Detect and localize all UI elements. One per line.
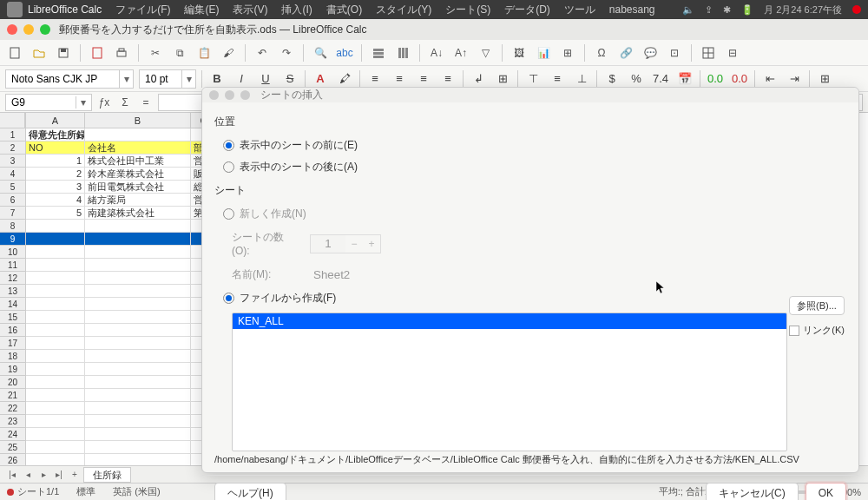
cell[interactable] (85, 246, 191, 259)
bold-button[interactable]: B (207, 69, 227, 89)
font-name-input[interactable] (6, 70, 119, 88)
hyperlink-icon[interactable]: 🔗 (616, 43, 635, 62)
cell[interactable] (26, 311, 85, 324)
copy-icon[interactable]: ⧉ (170, 43, 189, 62)
row-header[interactable]: 11 (0, 259, 25, 272)
last-sheet-button[interactable]: ▸| (52, 468, 66, 482)
number-button[interactable]: 7.4 (651, 69, 670, 89)
cell[interactable] (26, 259, 85, 272)
cell[interactable]: 4 (26, 194, 85, 207)
row-header[interactable]: 20 (0, 376, 25, 389)
row-header[interactable]: 4 (0, 168, 25, 181)
cell[interactable] (26, 298, 85, 311)
row-header[interactable]: 12 (0, 272, 25, 285)
menu-data[interactable]: データ(D) (504, 3, 550, 17)
clock[interactable]: 月 2月24 6:27午後 (764, 3, 842, 16)
corner-cell[interactable] (0, 113, 25, 128)
comment-icon[interactable]: 💬 (641, 43, 660, 62)
underline-button[interactable]: U (256, 69, 275, 89)
font-color-button[interactable]: A (311, 69, 330, 89)
spellcheck-icon[interactable]: abc (335, 43, 354, 62)
cancel-button[interactable]: キャンセル(C) (706, 483, 799, 500)
sort-desc-icon[interactable]: A↑ (451, 43, 470, 62)
cell-reference[interactable]: ▾ (5, 94, 92, 111)
cell[interactable] (85, 441, 191, 454)
menu-sheet[interactable]: シート(S) (445, 3, 490, 17)
clone-format-icon[interactable]: 🖌 (219, 43, 238, 62)
wrap-button[interactable]: ↲ (469, 69, 488, 89)
cell[interactable] (26, 376, 85, 389)
chevron-down-icon[interactable]: ▾ (119, 70, 133, 88)
special-char-icon[interactable]: Ω (592, 43, 611, 62)
italic-button[interactable]: I (232, 69, 251, 89)
new-doc-icon[interactable] (5, 43, 24, 62)
cell[interactable] (26, 350, 85, 363)
cell[interactable] (85, 311, 191, 324)
row-header[interactable]: 3 (0, 155, 25, 168)
valign-mid-button[interactable]: ≡ (548, 69, 567, 89)
col-header-b[interactable]: B (85, 113, 191, 128)
cell[interactable] (26, 246, 85, 259)
cell[interactable] (26, 402, 85, 415)
row-header[interactable]: 17 (0, 337, 25, 350)
row-header[interactable]: 13 (0, 285, 25, 298)
align-left-button[interactable]: ≡ (365, 69, 385, 89)
cell[interactable] (85, 285, 191, 298)
row-header[interactable]: 2 (0, 141, 25, 155)
align-justify-button[interactable]: ≡ (438, 69, 457, 89)
add-decimal-button[interactable]: 0.0 (706, 69, 725, 89)
next-sheet-button[interactable]: ▸ (36, 468, 50, 482)
file-item[interactable]: KEN_ALL (233, 313, 786, 329)
date-button[interactable]: 📅 (675, 69, 694, 89)
dialog-max-button[interactable] (240, 90, 250, 100)
cell[interactable] (26, 285, 85, 298)
row-header[interactable]: 19 (0, 363, 25, 376)
row-header[interactable]: 15 (0, 311, 25, 324)
pivot-icon[interactable]: ⊞ (558, 43, 577, 62)
cell[interactable]: 2 (26, 168, 85, 181)
cell[interactable] (85, 337, 191, 350)
image-icon[interactable]: 🖼 (510, 43, 529, 62)
cell[interactable]: 緒方薬局 (85, 194, 191, 207)
row-header[interactable]: 8 (0, 220, 25, 233)
sum-button[interactable]: Σ (116, 94, 134, 111)
chevron-down-icon[interactable]: ▾ (181, 70, 195, 88)
cell[interactable] (85, 350, 191, 363)
row-icon[interactable] (369, 43, 388, 62)
sort-asc-icon[interactable]: A↓ (427, 43, 446, 62)
strike-button[interactable]: S (280, 69, 299, 89)
row-header[interactable]: 18 (0, 350, 25, 363)
valign-bot-button[interactable]: ⊥ (572, 69, 591, 89)
formula-button[interactable]: = (137, 94, 155, 111)
open-icon[interactable] (30, 43, 49, 62)
cell[interactable] (85, 324, 191, 337)
cell[interactable]: 1 (26, 155, 85, 168)
cell[interactable]: 5 (26, 207, 85, 220)
autofilter-icon[interactable]: ▽ (476, 43, 495, 62)
row-header[interactable]: 14 (0, 298, 25, 311)
menu-file[interactable]: ファイル(F) (115, 3, 170, 17)
row-header[interactable]: 5 (0, 181, 25, 194)
cell[interactable]: 鈴木産業株式会社 (85, 168, 191, 181)
cell[interactable] (26, 233, 85, 246)
help-button[interactable]: ヘルプ(H) (214, 483, 286, 500)
cell[interactable] (85, 389, 191, 402)
redo-icon[interactable]: ↷ (277, 43, 296, 62)
cell[interactable]: 前田電気株式会社 (85, 181, 191, 194)
cell[interactable]: NO (26, 141, 85, 155)
position-after-radio[interactable]: 表示中のシートの後に(A) (223, 160, 846, 174)
cell[interactable] (85, 233, 191, 246)
row-header[interactable]: 1 (0, 128, 25, 141)
minimize-button[interactable] (23, 24, 34, 35)
merge-button[interactable]: ⊞ (493, 69, 512, 89)
menu-view[interactable]: 表示(V) (233, 3, 267, 17)
volume-icon[interactable]: 🔈 (682, 4, 694, 16)
col-header-a[interactable]: A (26, 113, 85, 128)
cell-ref-input[interactable] (6, 95, 76, 110)
font-name-combo[interactable]: ▾ (5, 69, 134, 89)
row-header[interactable]: 6 (0, 194, 25, 207)
row-header[interactable]: 16 (0, 324, 25, 337)
page-style[interactable]: 標準 (76, 485, 95, 498)
zoom-button[interactable] (40, 24, 50, 35)
row-header[interactable]: 10 (0, 246, 25, 259)
